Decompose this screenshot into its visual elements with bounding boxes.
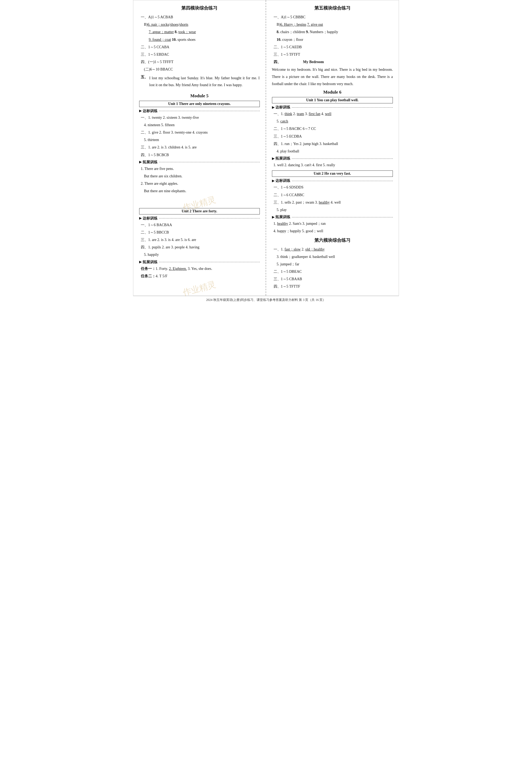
right-s2: B)6. Hurry；begins 7. give out [277, 21, 393, 28]
m5u2-4: 四、1. pupils 2. are 3. people 4. having [141, 244, 260, 251]
m5u1-4: 四、1～5 BCBCB [141, 152, 260, 158]
m6u1-2: 二、1～5 BACBC 6～7 CC [273, 125, 393, 132]
m5u1-2b: 5. thirteen [144, 136, 260, 143]
tuozhan1-label: 拓展训练 [139, 160, 260, 165]
unit2-box: Unit 2 There are forty. [139, 208, 260, 215]
m6u2-3: 三、1. sells 2. past；swam 3. healthy 4. we… [273, 199, 393, 206]
zong3: 5. jumped；far [277, 261, 393, 268]
zong4: 二、1～5 DBEAC [273, 268, 393, 275]
m5u2-1: 一、1～6 BACBAA [141, 222, 260, 228]
m5u1-2: 二、1. give 2. floor 3. twenty-one 4. cray… [141, 129, 260, 136]
right-s3: 8. chairs；children 9. Numbers；happily [277, 29, 393, 35]
right-s7-title: My Bedroom [303, 60, 324, 64]
dacheng1-label: 达标训练 [139, 109, 260, 113]
left-s8: (二)6～10 BBACC [144, 66, 260, 73]
dacheng2-label: 达标训练 [139, 216, 260, 221]
module6-title: Module 6 [272, 90, 393, 95]
m5u1-1b: 4. nineteen 5. fifteen [144, 122, 260, 128]
tuozhan2-label: 拓展训练 [139, 260, 260, 265]
right-s7: 四、 My Bedroom [273, 59, 393, 65]
left-s6: 三、1～5 EBDAC [141, 51, 260, 58]
zong1: 一、1. fast；slow 2. old；healthy [273, 246, 393, 253]
right-s5: 二、1～5 CAEDB [273, 44, 393, 50]
left-column: 第四模块综合练习 一、A)1～5 ACBAB B)6. pair；socks/s… [133, 0, 266, 295]
unit1-box: Unit 1 There are only nineteen crayons. [139, 101, 260, 107]
left-s2-label: B) [144, 23, 148, 27]
m6u1-t1: 1. well 2. dancing 3. can't 4. first 5. … [273, 162, 393, 168]
r-tuozhan1-label: 拓展训练 [272, 156, 393, 161]
left-s2-text: 6. pair；socks/shoes/shorts [148, 23, 188, 27]
right-column: 第五模块综合练习 一、A)1～5 CBBBC B)6. Hurry；begins… [266, 0, 399, 295]
zong5: 三、1～5 CBAAB [273, 276, 393, 282]
m5u1-3: 三、1. are 2. is 3. children 4. is 5. are [141, 144, 260, 151]
right-s4: 10. crayon；floor [277, 36, 393, 43]
r-tuozhan2-label: 拓展训练 [272, 215, 393, 220]
left-s4: 9. found；coat 10. sports shoes [149, 36, 260, 43]
m5u1-t1: 1. There are five pens. [141, 165, 260, 172]
module6-zonghe: 第六模块综合练习 [272, 237, 393, 243]
m6u2-1: 一、1～6 SDSDDS [273, 184, 393, 191]
page-footer: 2024 秋五年级英语(上册)同步练习、课堂练习参考答案及听力材料 第 3 页（… [133, 296, 399, 303]
left-s1: 一、A)1～5 ACBAB [141, 14, 260, 20]
left-s3: 7. argue；matter 8. took；wear [149, 29, 260, 35]
left-s7: 四、(一)1～5 TFFFT [141, 59, 260, 65]
zong6: 四、1～5 TFTTF [273, 283, 393, 290]
m6u2-2: 二、1～6 CCABBC [273, 192, 393, 198]
left-s2: B)6. pair；socks/shoes/shorts [144, 21, 260, 28]
m5u1-t3: 2. There are eight apples. [141, 180, 260, 187]
m6u1-4: 四、1. run；Yes 2. jump high 3. basketball [273, 140, 393, 147]
m6u2-t2: 4. happy；happily 5. good；well [273, 228, 393, 234]
m6u2-t1: 1. healthy 2. Sam's 3. jumped；ran [273, 220, 393, 227]
right-s6: 三、1～5 TFTFT [273, 51, 393, 58]
m5u2-task1: 任务一：1. Forty. 2. Eighteen. 3. Yes, she d… [141, 265, 260, 272]
m6u1-1: 一、1. think 2. team 3. first fan 4. well [273, 110, 393, 117]
m5u1-t2: But there are six children. [144, 173, 260, 179]
r-unit1-box: Unit 1 You can play football well. [272, 97, 393, 103]
r-dacheng1-label: 达标训练 [272, 105, 393, 110]
left-s9: 五、 I lost my schoolbag last Sunday. It's… [141, 74, 260, 90]
r-dacheng2-label: 达标训练 [272, 178, 393, 183]
m5u2-2: 二、1～5 BBCCB [141, 229, 260, 236]
m5u1-1: 一、1. twenty 2. sixteen 3. twenty-five [141, 114, 260, 121]
m6u1-1b: 5. catch [277, 118, 393, 124]
module5-title: Module 5 [139, 93, 260, 98]
right-s1: 一、A)1～5 CBBBC [273, 14, 393, 20]
r-unit2-box: Unit 2 He ran very fast. [272, 170, 393, 177]
m5u2-3: 三、1. are 2. is 3. is 4. are 5. is 6. are [141, 237, 260, 243]
left-title: 第四模块综合练习 [139, 5, 260, 11]
m5u2-4b: 5. happily [144, 251, 260, 258]
left-s9-text: I lost my schoolbag last Sunday. It's bl… [149, 75, 260, 89]
zong2: 3. think；goalkeeper 4. basketball well [277, 254, 393, 260]
m5u1-t4: But there are nine elephants. [144, 188, 260, 194]
left-s5: 二、1～5 CCABA [141, 44, 260, 50]
m6u1-4b: 4. play football [277, 148, 393, 154]
right-title: 第五模块综合练习 [272, 5, 393, 11]
m6u2-3b: 5. play [277, 207, 393, 213]
m5u2-task2: 任务二：4. T 5/F [141, 273, 260, 280]
right-s7-text: Welcome to my bedroom. It's big and nice… [272, 66, 393, 88]
m6u1-3: 三、1～5 ECDBA [273, 133, 393, 140]
